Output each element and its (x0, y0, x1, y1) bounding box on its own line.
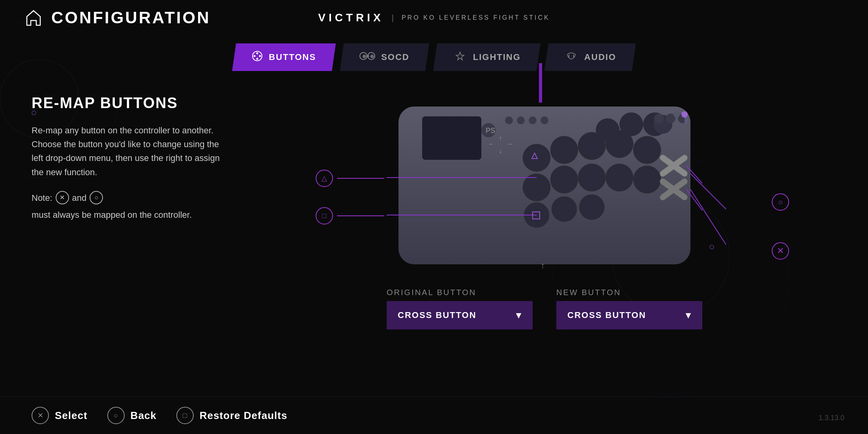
select-icon: ✕ (32, 407, 49, 424)
remap-title: RE-MAP BUTTONS (32, 95, 229, 112)
version-text: 1.3.13.0 (819, 414, 844, 422)
svg-point-43 (654, 114, 664, 123)
back-action[interactable]: ○ Back (107, 407, 157, 424)
controller-svg: PS ← ↑ → ↓ (387, 95, 702, 276)
svg-point-57 (673, 111, 680, 118)
bottom-bar: ✕ Select ○ Back □ Restore Defaults (0, 397, 868, 434)
svg-point-33 (606, 130, 633, 158)
home-icon (24, 8, 43, 28)
triangle-line (337, 178, 384, 179)
svg-point-34 (633, 136, 661, 164)
svg-text:PS: PS (486, 127, 495, 135)
svg-text:→: → (507, 141, 513, 147)
svg-point-1 (256, 52, 258, 54)
square-line (337, 215, 384, 216)
cross-note-icon: ✕ (56, 191, 69, 204)
right-circle-indicator: ○ (772, 193, 789, 211)
svg-text:↑: ↑ (499, 135, 502, 141)
socd-icon: ⊕ + ⊕ (359, 51, 375, 64)
original-button-label: ORIGINAL BUTTON (387, 288, 533, 297)
svg-text:⊕: ⊕ (370, 54, 375, 59)
tab-lighting-label: LIGHTING (473, 52, 521, 62)
tab-audio-label: AUDIO (584, 52, 616, 62)
note-suffix: must always be mapped on the controller. (32, 208, 192, 222)
svg-text:↓: ↓ (499, 148, 502, 154)
note-and: and (72, 191, 87, 205)
svg-point-32 (578, 132, 606, 160)
select-action[interactable]: ✕ Select (32, 407, 88, 424)
triangle-circle: △ (316, 170, 333, 187)
svg-point-38 (606, 164, 633, 191)
svg-point-37 (578, 164, 606, 191)
new-button-dropdown[interactable]: CROSS BUTTON ▾ (556, 301, 702, 329)
svg-point-58 (681, 111, 688, 118)
main-content: RE-MAP BUTTONS Re-map any button on the … (0, 79, 868, 345)
left-panel: RE-MAP BUTTONS Re-map any button on the … (32, 95, 229, 329)
original-button-group: ORIGINAL BUTTON CROSS BUTTON ▾ (387, 288, 533, 329)
tab-buttons[interactable]: BUTTONS (232, 43, 336, 71)
original-button-value: CROSS BUTTON (398, 310, 477, 320)
svg-point-41 (552, 196, 577, 222)
right-cross-indicator: ✕ (772, 242, 789, 260)
circle-note-icon: ○ (90, 191, 103, 204)
tab-audio[interactable]: AUDIO (544, 43, 636, 71)
svg-point-18 (505, 116, 513, 124)
new-dropdown-arrow: ▾ (686, 310, 691, 321)
nav-tabs: BUTTONS ⊕ + ⊕ SOCD LIGHTING (0, 36, 868, 79)
audio-icon (564, 51, 578, 64)
restore-label: Restore Defaults (200, 410, 288, 422)
svg-text:←: ← (488, 141, 494, 147)
page-title: CONFIGURATION (51, 8, 211, 27)
select-label: Select (55, 410, 88, 422)
note-prefix: Note: (32, 191, 52, 205)
svg-point-36 (550, 166, 578, 193)
new-button-group: NEW BUTTON CROSS BUTTON ▾ (556, 288, 702, 329)
header: CONFIGURATION VICTRIX | PRO KO LEVERLESS… (0, 0, 868, 36)
svg-point-42 (579, 195, 604, 220)
svg-text:↑: ↑ (541, 260, 545, 270)
tab-lighting[interactable]: LIGHTING (433, 43, 541, 71)
square-indicator: □ (316, 207, 384, 224)
home-nav[interactable]: CONFIGURATION (24, 8, 211, 28)
original-dropdown-arrow: ▾ (516, 310, 522, 321)
right-indicators: ○ ✕ (772, 193, 789, 260)
svg-point-20 (529, 116, 537, 124)
remap-description: Re-map any button on the controller to a… (32, 123, 229, 179)
restore-icon: □ (176, 407, 194, 424)
tab-socd-label: SOCD (381, 52, 410, 62)
new-button-value: CROSS BUTTON (567, 310, 646, 320)
logo-subtitle: PRO KO LEVERLESS FIGHT STICK (402, 14, 550, 21)
square-circle: □ (316, 207, 333, 224)
buttons-icon (252, 51, 263, 64)
svg-point-31 (550, 136, 578, 164)
back-label: Back (131, 410, 157, 422)
new-button-label: NEW BUTTON (556, 288, 702, 297)
back-icon: ○ (107, 407, 125, 424)
triangle-indicator: △ (316, 170, 384, 187)
svg-point-2 (256, 58, 258, 60)
dropdowns-section: ORIGINAL BUTTON CROSS BUTTON ▾ NEW BUTTO… (387, 288, 702, 329)
original-button-dropdown[interactable]: CROSS BUTTON ▾ (387, 301, 533, 329)
controller-wrapper: PS ← ↑ → ↓ (387, 95, 702, 276)
remap-note: Note: ✕ and ○ must always be mapped on t… (32, 191, 229, 222)
svg-rect-15 (422, 116, 481, 160)
tab-socd[interactable]: ⊕ + ⊕ SOCD (340, 43, 429, 71)
right-panel: PS ← ↑ → ↓ (253, 95, 836, 329)
svg-point-3 (254, 55, 256, 57)
svg-point-39 (633, 166, 661, 193)
svg-point-4 (259, 55, 261, 57)
restore-action[interactable]: □ Restore Defaults (176, 407, 288, 424)
logo: VICTRIX | PRO KO LEVERLESS FIGHT STICK (318, 11, 550, 24)
logo-text: VICTRIX (318, 11, 383, 24)
tab-buttons-label: BUTTONS (269, 52, 316, 62)
svg-point-19 (517, 116, 525, 124)
svg-point-21 (541, 116, 548, 124)
lighting-icon (453, 51, 467, 64)
logo-separator: | (392, 13, 394, 22)
